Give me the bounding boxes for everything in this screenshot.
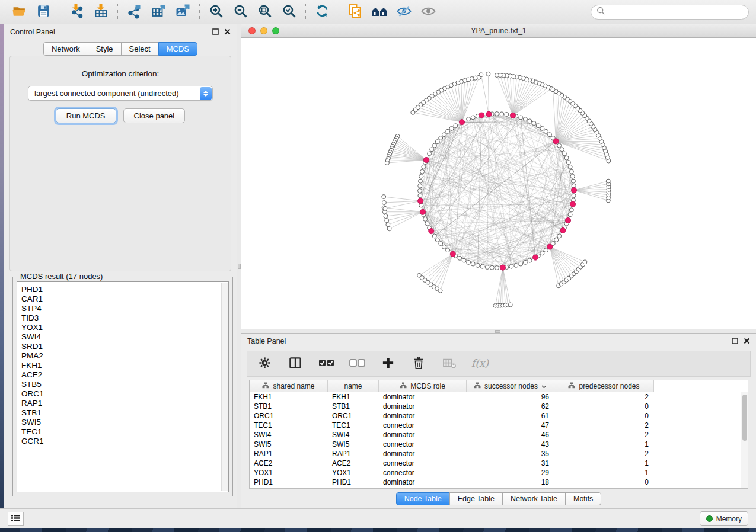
network-node[interactable] (467, 117, 471, 121)
tab-network[interactable]: Network (43, 42, 88, 56)
network-node[interactable] (606, 179, 610, 183)
network-node[interactable] (428, 152, 432, 156)
column-header-mcds-role[interactable]: MCDS role (379, 380, 467, 392)
search-input[interactable] (609, 8, 743, 16)
refresh-view-button[interactable] (310, 2, 334, 22)
mcds-result-item[interactable]: RAP1 (21, 399, 228, 408)
network-node[interactable] (467, 260, 471, 264)
network-node[interactable] (572, 179, 576, 183)
column-header-successor-nodes[interactable]: successor nodes (467, 380, 554, 392)
network-node[interactable] (449, 126, 454, 130)
network-window-titlebar[interactable]: YPA_prune.txt_1 (241, 24, 756, 38)
network-node[interactable] (540, 126, 544, 130)
mcds-result-item[interactable]: TEC1 (21, 427, 228, 437)
mcds-result-item[interactable]: FKH1 (21, 361, 228, 370)
network-node[interactable] (566, 161, 570, 165)
select-all-button[interactable] (318, 356, 334, 371)
network-node[interactable] (454, 124, 458, 128)
mcds-result-item[interactable]: CAR1 (21, 294, 228, 304)
network-node[interactable] (495, 73, 499, 78)
table-row[interactable]: SWI5SWI5connector431 (250, 440, 748, 449)
network-node[interactable] (569, 169, 573, 174)
column-header-predecessor-nodes[interactable]: predecessor nodes (554, 380, 654, 392)
table-row[interactable]: TEC1TEC1connector472 (250, 421, 748, 430)
network-node[interactable] (480, 264, 484, 268)
mcds-result-item[interactable]: PHD1 (21, 285, 228, 294)
network-hub-node[interactable] (459, 120, 464, 125)
task-history-button[interactable] (8, 512, 24, 526)
network-hub-node[interactable] (560, 227, 566, 233)
network-node[interactable] (528, 119, 532, 123)
network-node[interactable] (386, 223, 390, 227)
search-box[interactable] (591, 5, 749, 20)
vertical-splitter[interactable] (237, 24, 241, 508)
network-node[interactable] (439, 242, 443, 246)
minimize-window-icon[interactable] (260, 27, 267, 34)
result-list-scrollbar[interactable] (221, 283, 228, 491)
network-node[interactable] (540, 251, 544, 255)
network-node[interactable] (583, 260, 587, 264)
network-hub-node[interactable] (423, 157, 429, 162)
column-header-name[interactable]: name (328, 380, 379, 392)
network-node[interactable] (569, 208, 573, 212)
delete-row-button[interactable] (411, 356, 426, 371)
table-row[interactable]: RAP1RAP1dominator352 (250, 449, 748, 459)
network-hub-node[interactable] (500, 265, 505, 270)
network-node[interactable] (557, 143, 562, 148)
save-session-button[interactable] (31, 2, 56, 22)
network-hub-node[interactable] (450, 251, 455, 257)
network-node[interactable] (411, 110, 415, 114)
network-graph[interactable] (241, 38, 756, 329)
network-node[interactable] (435, 238, 439, 242)
tab-select[interactable]: Select (121, 42, 159, 56)
network-node[interactable] (442, 245, 446, 249)
network-hub-node[interactable] (571, 188, 576, 193)
network-node[interactable] (508, 303, 512, 307)
first-neighbors-button[interactable] (368, 2, 392, 22)
network-node[interactable] (442, 133, 446, 137)
network-hub-node[interactable] (510, 113, 515, 118)
network-node[interactable] (544, 248, 548, 252)
network-node[interactable] (382, 195, 386, 199)
network-node[interactable] (384, 214, 388, 219)
export-network-button[interactable] (122, 2, 146, 22)
network-node[interactable] (500, 112, 504, 116)
network-node[interactable] (471, 262, 475, 266)
network-hub-node[interactable] (418, 198, 423, 204)
add-row-button[interactable] (380, 356, 395, 371)
network-node[interactable] (495, 112, 499, 116)
network-node[interactable] (570, 174, 575, 178)
mcds-result-item[interactable]: TID3 (21, 313, 228, 323)
mcds-result-item[interactable]: SWI5 (21, 418, 228, 427)
tab-network-table[interactable]: Network Table (502, 492, 566, 505)
network-node[interactable] (519, 262, 523, 266)
network-canvas[interactable] (241, 38, 756, 329)
network-node[interactable] (568, 213, 572, 217)
network-node[interactable] (495, 266, 499, 270)
network-node[interactable] (387, 227, 391, 231)
network-node[interactable] (523, 117, 527, 121)
network-node[interactable] (435, 140, 439, 144)
run-mcds-button[interactable]: Run MCDS (56, 108, 116, 123)
tab-style[interactable]: Style (88, 42, 122, 56)
network-node[interactable] (422, 165, 426, 169)
network-node[interactable] (486, 72, 490, 76)
table-scrollbar[interactable] (741, 392, 748, 488)
memory-button[interactable]: Memory (700, 511, 748, 526)
mcds-result-item[interactable]: STB1 (21, 408, 228, 418)
network-node[interactable] (564, 156, 569, 160)
table-row[interactable]: ACE2ACE2connector311 (250, 459, 748, 468)
network-node[interactable] (519, 116, 523, 120)
network-node[interactable] (446, 248, 450, 252)
show-columns-button[interactable] (288, 356, 303, 371)
network-node[interactable] (462, 258, 466, 262)
network-node[interactable] (485, 265, 489, 270)
network-node[interactable] (439, 136, 443, 140)
tab-node-table[interactable]: Node Table (396, 492, 450, 505)
network-node[interactable] (446, 129, 450, 133)
import-table-button[interactable] (89, 2, 113, 22)
mcds-result-item[interactable]: PMA2 (21, 351, 228, 361)
network-node[interactable] (523, 260, 527, 264)
network-node[interactable] (423, 217, 428, 221)
mcds-result-item[interactable]: YOX1 (21, 323, 228, 332)
